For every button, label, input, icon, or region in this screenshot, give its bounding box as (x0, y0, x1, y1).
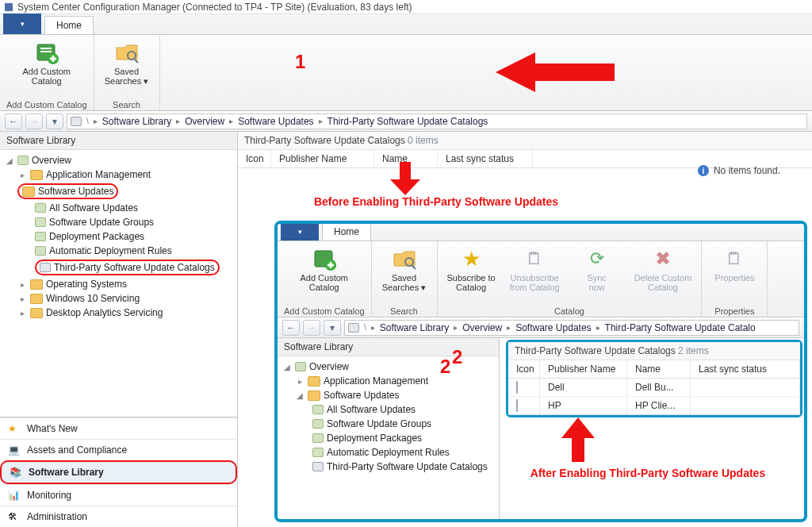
tree-node-thirdparty[interactable]: Third-Party Software Update Catalogs (278, 460, 499, 474)
nav-dropdown-button[interactable]: ▾ (324, 320, 341, 336)
tree-node-thirdparty[interactable]: Third-Party Software Update Catalogs (0, 258, 237, 277)
breadcrumb-item[interactable]: Software Updates (238, 116, 313, 127)
svg-rect-1 (40, 48, 52, 49)
tree-node-adr[interactable]: Automatic Deployment Rules (278, 445, 499, 460)
tree-node-software-updates[interactable]: Software Updates (0, 182, 237, 201)
catalog-add-icon (34, 40, 59, 65)
delete-custom-catalog-button[interactable]: ✖Delete Custom Catalog (631, 244, 695, 305)
breadcrumb-item[interactable]: Third-Party Software Update Catalo (605, 322, 756, 333)
group-label: Properties (714, 305, 754, 316)
col-icon[interactable]: Icon (508, 360, 540, 378)
saved-searches-button[interactable]: Saved Searches ▾ (378, 244, 431, 305)
breadcrumb-item[interactable]: Software Updates (515, 322, 591, 333)
nav-dropdown-button[interactable]: ▾ (46, 113, 63, 129)
no-items-label: i No items found. (698, 165, 780, 176)
list-header: Third-Party Software Update Catalogs 2 i… (508, 342, 800, 360)
ribbon-group-search: Saved Searches ▾ Search (94, 35, 160, 110)
svg-rect-5 (50, 58, 56, 60)
workspace-monitoring[interactable]: 📊Monitoring (0, 484, 237, 506)
tree-node-software-updates[interactable]: ◢Software Updates (278, 388, 499, 402)
sync-now-button[interactable]: ⟳Sync now (571, 244, 623, 305)
tree-node-overview[interactable]: ◢Overview (278, 360, 499, 374)
breadcrumb-item[interactable]: Overview (185, 116, 224, 127)
tree-node-deploy-pkg[interactable]: Deployment Packages (278, 431, 499, 445)
address-bar: ← → ▾ \▸ Software Library▸ Overview▸ Sof… (278, 317, 804, 338)
folder-icon (30, 294, 43, 304)
folder-icon (30, 308, 43, 318)
tree-node-all-su[interactable]: All Software Updates (278, 402, 499, 417)
nav-back-button[interactable]: ← (282, 320, 300, 336)
chevron-right-icon: ▸ (94, 117, 98, 125)
breadcrumb[interactable]: \ ▸ Software Library ▸ Overview ▸ Softwa… (67, 113, 807, 129)
ribbon-file-menu[interactable] (281, 223, 319, 240)
catalog-list: Third-Party Software Update Catalogs 2 i… (506, 340, 802, 417)
col-icon[interactable]: Icon (238, 150, 271, 167)
breadcrumb-item[interactable]: Software Library (102, 116, 171, 127)
col-publisher[interactable]: Publisher Name (540, 360, 627, 378)
app-icon (5, 3, 13, 11)
breadcrumb-item[interactable]: Third-Party Software Update Catalogs (327, 116, 488, 127)
tree-node-desktop-analytics[interactable]: ▸Desktop Analytics Servicing (0, 306, 237, 320)
administration-icon: 🛠 (8, 511, 21, 522)
inset-window-after: Home Add Custom Catalog Add Custom Catal… (274, 221, 807, 522)
add-custom-catalog-button[interactable]: Add Custom Catalog (19, 38, 74, 98)
star-icon: ★ (8, 423, 21, 434)
properties-icon: 🗒 (722, 246, 747, 271)
star-icon: ★ (458, 246, 484, 271)
address-bar: ← → ▾ \ ▸ Software Library ▸ Overview ▸ … (0, 111, 812, 132)
annotation-number-2: 2 (440, 356, 450, 378)
tree-node-win10[interactable]: ▸Windows 10 Servicing (0, 291, 237, 306)
updates-icon (35, 203, 46, 213)
table-row[interactable]: HP HP Clie... (508, 397, 800, 415)
saved-searches-button[interactable]: Saved Searches ▾ (101, 38, 153, 98)
tree-node-app-mgmt[interactable]: ▸Application Management (0, 167, 237, 182)
annotation-arrow-down (390, 162, 420, 198)
workspace-assets[interactable]: 💻Assets and Compliance (0, 439, 237, 460)
col-publisher[interactable]: Publisher Name (271, 150, 374, 167)
ribbon-file-menu[interactable] (3, 13, 41, 34)
tree-node-adr[interactable]: Automatic Deployment Rules (0, 244, 237, 258)
workspace-whats-new[interactable]: ★What's New (0, 417, 237, 439)
annotation-after-text: After Enabling Third-Party Software Upda… (493, 467, 802, 479)
subscribe-catalog-button[interactable]: ★Subscribe to Catalog (444, 244, 499, 305)
nav-fwd-button[interactable]: → (303, 320, 320, 336)
nav-fwd-button[interactable]: → (25, 113, 43, 129)
unsubscribe-icon: 🗒 (522, 246, 547, 271)
col-sync[interactable]: Last sync status (691, 360, 800, 378)
ribbon-group-label: Add Custom Catalog (6, 98, 87, 110)
ribbon-group-properties: 🗒Properties Properties (702, 241, 768, 317)
table-row[interactable]: Dell Dell Bu... (508, 379, 800, 397)
svg-marker-16 (561, 417, 595, 462)
add-custom-catalog-button[interactable]: Add Custom Catalog (297, 244, 351, 305)
overview-icon (17, 156, 29, 165)
col-sync[interactable]: Last sync status (438, 150, 533, 167)
breadcrumb-root-icon (71, 117, 82, 126)
tree-node-su-groups[interactable]: Software Update Groups (0, 215, 237, 229)
nav-back-button[interactable]: ← (5, 113, 22, 129)
catalog-icon (516, 381, 518, 394)
tree-title: Software Library (0, 132, 237, 150)
chevron-right-icon: ▸ (176, 117, 180, 125)
ribbon-tab-home[interactable]: Home (322, 222, 371, 240)
folder-icon (22, 187, 35, 197)
catalog-icon (312, 462, 324, 471)
svg-marker-9 (390, 162, 420, 195)
col-name[interactable]: Name (627, 360, 691, 378)
tree-node-os[interactable]: ▸Operating Systems (0, 277, 237, 291)
tree-node-deploy-pkg[interactable]: Deployment Packages (0, 229, 237, 244)
tree-node-app-mgmt[interactable]: ▸Application Management (278, 374, 499, 388)
ribbon-tab-home[interactable]: Home (44, 16, 94, 34)
workspace-software-library[interactable]: 📚Software Library (0, 460, 237, 484)
folder-icon (308, 376, 320, 387)
tree-node-overview[interactable]: ◢Overview (0, 153, 237, 167)
properties-button[interactable]: 🗒Properties (708, 244, 760, 305)
navigation-tree[interactable]: ◢Overview ▸Application Management ◢Softw… (278, 356, 499, 522)
unsubscribe-catalog-button[interactable]: 🗒Unsubscribe from Catalog (507, 244, 563, 305)
workspace-administration[interactable]: 🛠Administration (0, 506, 237, 527)
breadcrumb-item[interactable]: Software Library (380, 322, 449, 333)
tree-node-su-groups[interactable]: Software Update Groups (278, 417, 499, 431)
breadcrumb[interactable]: \▸ Software Library▸ Overview▸ Software … (344, 320, 799, 336)
tree-node-all-su[interactable]: All Software Updates (0, 201, 237, 215)
breadcrumb-item[interactable]: Overview (462, 322, 502, 333)
navigation-tree[interactable]: ◢Overview ▸Application Management Softwa… (0, 150, 237, 417)
